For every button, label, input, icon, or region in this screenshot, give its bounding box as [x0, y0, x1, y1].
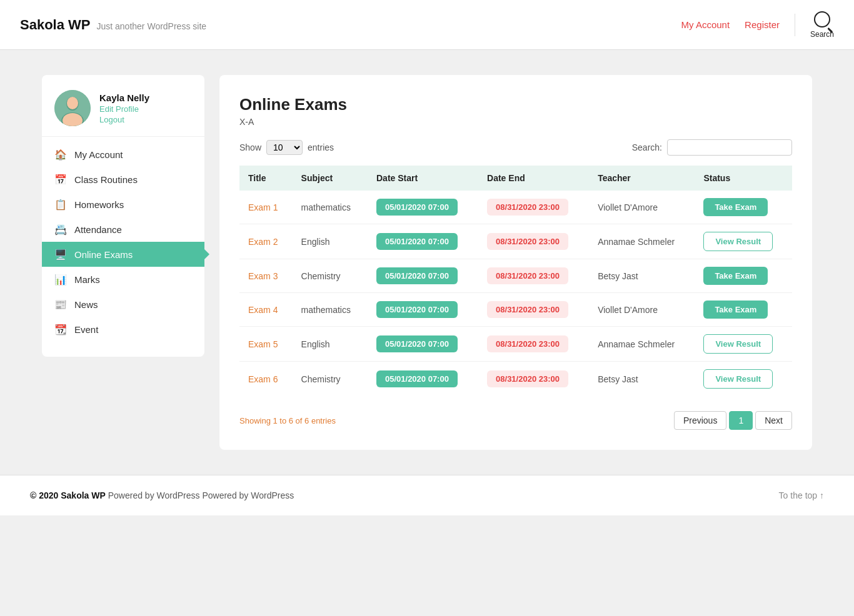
svg-point-3	[67, 97, 78, 109]
sidebar-item-label: Attendance	[74, 224, 122, 235]
online-exams-icon: 🖥️	[54, 248, 67, 261]
table-controls: Show 102550100 entries Search:	[239, 139, 792, 156]
sidebar-item-online-exams[interactable]: 🖥️ Online Exams	[42, 242, 204, 267]
sidebar-item-marks[interactable]: 📊 Marks	[42, 267, 204, 292]
exam-subject: mathematics	[293, 293, 368, 327]
page-title: Online Exams	[239, 95, 792, 114]
exam-date-end: 08/31/2020 23:00	[478, 224, 589, 259]
my-account-icon: 🏠	[54, 148, 67, 161]
view-result-button[interactable]: View Result	[703, 369, 773, 389]
nav-divider	[795, 14, 795, 36]
next-button[interactable]: Next	[755, 411, 792, 430]
search-icon	[814, 11, 830, 27]
take-exam-button[interactable]: Take Exam	[703, 267, 768, 285]
table-header-row: TitleSubjectDate StartDate EndTeacherSta…	[239, 166, 792, 191]
sidebar-item-attendance[interactable]: 📇 Attendance	[42, 217, 204, 242]
exam-date-end: 08/31/2020 23:00	[478, 259, 589, 293]
exam-teacher: Betsy Jast	[589, 362, 695, 397]
exam-teacher: Betsy Jast	[589, 259, 695, 293]
col-title: Title	[239, 166, 293, 191]
table-row: Exam 5 English 05/01/2020 07:00 08/31/20…	[239, 327, 792, 362]
exam-date-start: 05/01/2020 07:00	[368, 259, 478, 293]
sidebar-item-my-account[interactable]: 🏠 My Account	[42, 142, 204, 167]
exam-title: Exam 4	[239, 293, 293, 327]
sidebar-item-label: Event	[74, 324, 98, 335]
marks-icon: 📊	[54, 273, 67, 286]
exam-date-end: 08/31/2020 23:00	[478, 191, 589, 224]
my-account-link[interactable]: My Account	[681, 19, 730, 30]
to-top-button[interactable]: To the top ↑	[779, 490, 824, 500]
sidebar-item-class-routines[interactable]: 📅 Class Routines	[42, 167, 204, 192]
footer-powered: Powered by WordPress	[108, 490, 200, 500]
search-button[interactable]: Search	[810, 11, 834, 39]
footer-copyright: © 2020 Sakola WP	[30, 490, 106, 500]
entries-select[interactable]: 102550100	[266, 140, 303, 155]
logout-link[interactable]: Logout	[99, 115, 149, 124]
exam-teacher: Annamae Schmeler	[589, 224, 695, 259]
pagination: Previous1Next	[674, 411, 792, 430]
col-date-end: Date End	[478, 166, 589, 191]
site-header: Sakola WP Just another WordPress site My…	[0, 0, 854, 50]
edit-profile-link[interactable]: Edit Profile	[99, 104, 149, 114]
exam-table: TitleSubjectDate StartDate EndTeacherSta…	[239, 166, 792, 396]
exam-date-start: 05/01/2020 07:00	[368, 224, 478, 259]
exam-subject: English	[293, 224, 368, 259]
sidebar: Kayla Nelly Edit Profile Logout 🏠 My Acc…	[42, 75, 204, 357]
take-exam-button[interactable]: Take Exam	[703, 301, 768, 319]
avatar	[54, 90, 91, 126]
sidebar-item-label: Marks	[74, 274, 100, 285]
show-entries: Show 102550100 entries	[239, 140, 334, 155]
footer-left: © 2020 Sakola WP Powered by WordPress Po…	[30, 490, 294, 500]
view-result-button[interactable]: View Result	[703, 232, 773, 251]
exam-status: Take Exam	[695, 259, 792, 293]
profile-info: Kayla Nelly Edit Profile Logout	[99, 92, 149, 124]
exam-teacher: Viollet D'Amore	[589, 191, 695, 224]
exam-teacher: Viollet D'Amore	[589, 293, 695, 327]
showing-text: Showing 1 to 6 of 6 entries	[239, 416, 336, 425]
register-link[interactable]: Register	[745, 19, 780, 30]
exam-date-end: 08/31/2020 23:00	[478, 327, 589, 362]
sidebar-item-homeworks[interactable]: 📋 Homeworks	[42, 192, 204, 217]
table-row: Exam 1 mathematics 05/01/2020 07:00 08/3…	[239, 191, 792, 224]
exam-status: Take Exam	[695, 293, 792, 327]
exam-date-start: 05/01/2020 07:00	[368, 362, 478, 397]
exam-teacher: Annamae Schmeler	[589, 327, 695, 362]
table-row: Exam 3 Chemistry 05/01/2020 07:00 08/31/…	[239, 259, 792, 293]
exam-date-end: 08/31/2020 23:00	[478, 293, 589, 327]
exam-date-start: 05/01/2020 07:00	[368, 327, 478, 362]
take-exam-button[interactable]: Take Exam	[703, 198, 768, 216]
view-result-button[interactable]: View Result	[703, 334, 773, 354]
exam-title: Exam 6	[239, 362, 293, 397]
entries-label: entries	[308, 142, 334, 152]
page-button[interactable]: 1	[729, 411, 753, 430]
exam-title: Exam 3	[239, 259, 293, 293]
table-row: Exam 6 Chemistry 05/01/2020 07:00 08/31/…	[239, 362, 792, 397]
attendance-icon: 📇	[54, 223, 67, 236]
homeworks-icon: 📋	[54, 198, 67, 211]
sidebar-item-label: Online Exams	[74, 249, 133, 260]
col-teacher: Teacher	[589, 166, 695, 191]
sidebar-profile: Kayla Nelly Edit Profile Logout	[42, 75, 204, 137]
exam-subject: Chemistry	[293, 259, 368, 293]
table-row: Exam 2 English 05/01/2020 07:00 08/31/20…	[239, 224, 792, 259]
news-icon: 📰	[54, 298, 67, 310]
table-search: Search:	[632, 139, 792, 156]
exam-date-end: 08/31/2020 23:00	[478, 362, 589, 397]
exam-title: Exam 2	[239, 224, 293, 259]
col-subject: Subject	[293, 166, 368, 191]
col-date-start: Date Start	[368, 166, 478, 191]
previous-button[interactable]: Previous	[674, 411, 726, 430]
search-label-text: Search:	[632, 142, 662, 152]
col-status: Status	[695, 166, 792, 191]
sidebar-item-event[interactable]: 📆 Event	[42, 317, 204, 342]
event-icon: 📆	[54, 323, 67, 335]
main-content: Online Exams X-A Show 102550100 entries …	[219, 75, 812, 450]
logo: Sakola WP Just another WordPress site	[20, 17, 206, 33]
footer-powered-text: Powered by WordPress	[202, 490, 294, 500]
sidebar-item-news[interactable]: 📰 News	[42, 292, 204, 317]
search-input[interactable]	[667, 139, 792, 156]
logo-subtitle: Just another WordPress site	[96, 21, 206, 31]
exam-title: Exam 5	[239, 327, 293, 362]
exam-status: View Result	[695, 362, 792, 397]
exam-date-start: 05/01/2020 07:00	[368, 293, 478, 327]
